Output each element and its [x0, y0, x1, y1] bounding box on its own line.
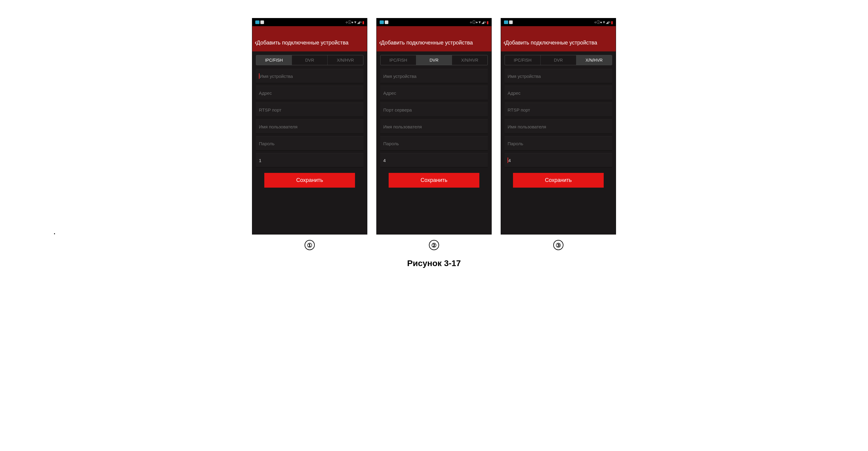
dot-icon: ● [351, 20, 353, 24]
battery-icon: ▮ [487, 20, 488, 25]
input-field-3[interactable]: Имя пользователя [504, 119, 612, 134]
input-field-0[interactable]: Имя устройства [380, 69, 488, 83]
input-field-1[interactable]: Адрес [504, 86, 612, 100]
device-type-tabs: IPC/FISHDVRX/N/HVR [256, 55, 364, 65]
label-slot-1: ① [252, 240, 367, 250]
circled-number-1: ① [305, 240, 315, 250]
status-app-icon [380, 21, 384, 24]
wifi-icon: ▼ [602, 20, 606, 24]
tab-ipc-fish[interactable]: IPC/FISH [256, 55, 292, 65]
circled-number-3: ③ [553, 240, 563, 250]
header-title[interactable]: ‹ Добавить подключенные устройства [377, 34, 491, 51]
tab-x-n-hvr[interactable]: X/N/HVR [576, 55, 612, 65]
status-right: ⟡ ⓘ ● ▼ ◢ + ▮ [594, 20, 613, 25]
tab-x-n-hvr[interactable]: X/N/HVR [328, 55, 363, 65]
text-cursor [259, 73, 259, 79]
input-field-5[interactable]: 1 [256, 153, 364, 167]
tab-ipc-fish[interactable]: IPC/FISH [380, 55, 416, 65]
input-field-2[interactable]: RTSP порт [256, 103, 364, 117]
status-app-icon [260, 21, 264, 24]
figure-caption: Рисунок 3-17 [0, 259, 868, 268]
header-text: Добавить подключенные устройства [256, 40, 348, 46]
status-left [255, 21, 264, 24]
input-field-5[interactable]: 4 [380, 153, 488, 167]
input-field-3[interactable]: Имя пользователя [380, 119, 488, 134]
plus-icon: + [360, 20, 362, 24]
signal-icon: ◢ [606, 20, 608, 24]
tab-x-n-hvr[interactable]: X/N/HVR [452, 55, 488, 65]
device-type-tabs: IPC/FISHDVRX/N/HVR [504, 55, 612, 65]
wifi-icon: ▼ [478, 20, 481, 24]
input-field-2[interactable]: Порт сервера [380, 103, 488, 117]
device-type-tabs: IPC/FISHDVRX/N/HVR [380, 55, 488, 65]
input-field-4[interactable]: Пароль [380, 136, 488, 151]
status-app-icon [509, 21, 513, 24]
label-slot-2: ② [376, 240, 492, 250]
bluetooth-icon: ⟡ [594, 20, 596, 24]
info-icon: ⓘ [596, 20, 600, 25]
info-icon: ⓘ [472, 20, 475, 25]
status-app-icon [385, 21, 389, 24]
phone-screenshot-1: ⟡ ⓘ ● ▼ ◢ + ▮ ‹ Добавить подключенные ус… [252, 18, 367, 234]
phone-screenshot-2: ⟡ ⓘ ● ▼ ◢ + ▮ ‹ Добавить подключенные ус… [376, 18, 492, 234]
header-title[interactable]: ‹ Добавить подключенные устройства [252, 34, 367, 51]
form-fields: Имя устройстваАдресПорт сервераИмя польз… [377, 69, 491, 167]
text-cursor [507, 158, 508, 163]
input-field-1[interactable]: Адрес [256, 86, 364, 100]
signal-icon: ◢ [357, 20, 360, 24]
battery-icon: ▮ [611, 20, 613, 25]
app-header: ‹ Добавить подключенные устройства [252, 26, 367, 51]
plus-icon: + [484, 20, 486, 24]
tab-dvr[interactable]: DVR [416, 55, 452, 65]
status-app-icon [255, 21, 259, 24]
status-bar: ⟡ ⓘ ● ▼ ◢ + ▮ [501, 18, 616, 26]
form-fields: Имя устройстваАдресRTSP портИмя пользова… [501, 69, 616, 167]
input-field-1[interactable]: Адрес [380, 86, 488, 100]
info-icon: ⓘ [348, 20, 351, 25]
bluetooth-icon: ⟡ [470, 20, 472, 24]
save-button[interactable]: Сохранить [389, 173, 479, 188]
app-header: ‹ Добавить подключенные устройства [501, 26, 616, 51]
label-slot-3: ③ [501, 240, 616, 250]
wifi-icon: ▼ [353, 20, 357, 24]
app-header: ‹ Добавить подключенные устройства [377, 26, 491, 51]
status-app-icon [504, 21, 508, 24]
input-field-5[interactable]: 4 [504, 153, 612, 167]
bluetooth-icon: ⟡ [345, 20, 347, 24]
battery-icon: ▮ [362, 20, 364, 25]
status-bar: ⟡ ⓘ ● ▼ ◢ + ▮ [252, 18, 367, 26]
decorative-dot [54, 233, 55, 234]
header-title[interactable]: ‹ Добавить подключенные устройства [501, 34, 616, 51]
header-text: Добавить подключенные устройства [381, 40, 473, 46]
circled-number-2: ② [429, 240, 439, 250]
signal-icon: ◢ [482, 20, 484, 24]
dot-icon: ● [476, 20, 477, 24]
input-field-4[interactable]: Пароль [504, 136, 612, 151]
input-field-4[interactable]: Пароль [256, 136, 364, 151]
form-fields: Имя устройстваАдресRTSP портИмя пользова… [252, 69, 367, 167]
status-right: ⟡ ⓘ ● ▼ ◢ + ▮ [470, 20, 488, 25]
save-button[interactable]: Сохранить [264, 173, 355, 188]
tab-ipc-fish[interactable]: IPC/FISH [505, 55, 540, 65]
input-field-3[interactable]: Имя пользователя [256, 119, 364, 134]
dot-icon: ● [600, 20, 602, 24]
tab-dvr[interactable]: DVR [292, 55, 328, 65]
save-button[interactable]: Сохранить [513, 173, 604, 188]
status-left [504, 21, 513, 24]
status-bar: ⟡ ⓘ ● ▼ ◢ + ▮ [377, 18, 491, 26]
phone-screenshot-3: ⟡ ⓘ ● ▼ ◢ + ▮ ‹ Добавить подключенные ус… [501, 18, 616, 234]
plus-icon: + [609, 20, 610, 24]
input-field-0[interactable]: Имя устройства [256, 69, 364, 83]
header-text: Добавить подключенные устройства [505, 40, 597, 46]
input-field-0[interactable]: Имя устройства [504, 69, 612, 83]
input-field-2[interactable]: RTSP порт [504, 103, 612, 117]
status-left [380, 21, 389, 24]
status-right: ⟡ ⓘ ● ▼ ◢ + ▮ [345, 20, 364, 25]
tab-dvr[interactable]: DVR [540, 55, 576, 65]
